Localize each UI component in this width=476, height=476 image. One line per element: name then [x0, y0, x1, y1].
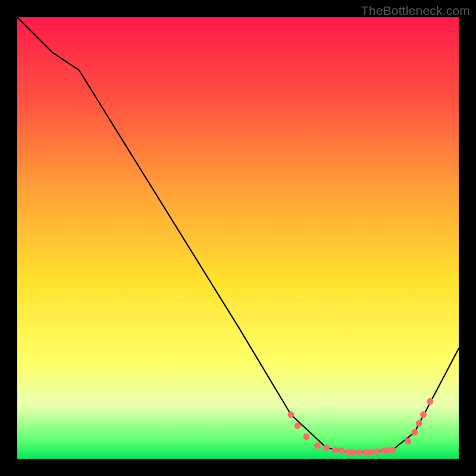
data-point-marker	[427, 398, 433, 405]
data-point-marker	[295, 422, 301, 429]
marker-group	[288, 398, 434, 455]
data-point-marker	[349, 449, 356, 455]
data-point-marker	[367, 449, 374, 455]
data-point-marker	[405, 438, 411, 444]
watermark-text: TheBottleneck.com	[361, 4, 470, 18]
data-point-marker	[411, 429, 418, 436]
bottleneck-curve	[17, 17, 459, 452]
data-point-marker	[416, 420, 422, 427]
data-point-marker	[389, 447, 396, 453]
data-point-marker	[374, 449, 380, 455]
data-point-marker	[332, 447, 339, 453]
data-point-marker	[288, 411, 295, 418]
data-point-marker	[323, 444, 330, 451]
data-point-marker	[314, 442, 321, 449]
chart-svg	[17, 17, 459, 459]
data-point-marker	[420, 411, 427, 418]
data-point-marker	[339, 447, 345, 454]
chart-root: { "watermark": "TheBottleneck.com", "col…	[0, 0, 476, 476]
data-point-marker	[356, 449, 363, 455]
data-point-marker	[303, 433, 310, 440]
